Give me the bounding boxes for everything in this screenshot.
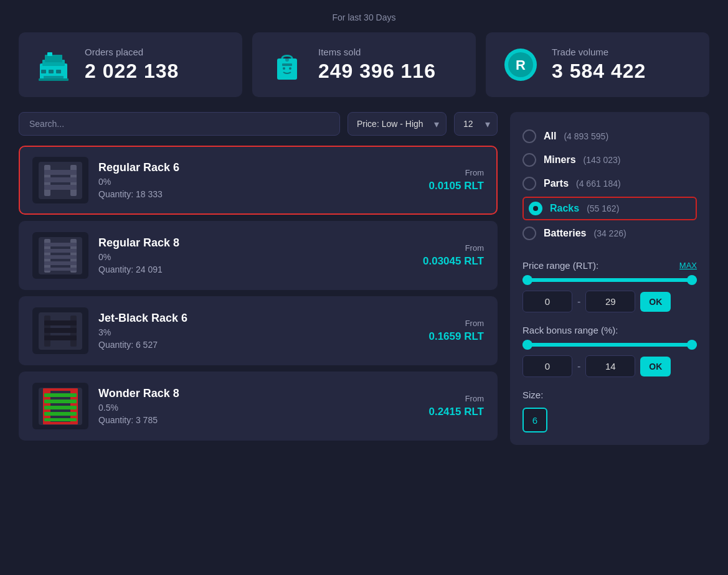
size-options: 6 bbox=[522, 408, 697, 432]
stat-card-orders: Orders placed 2 022 138 bbox=[19, 32, 242, 97]
svg-rect-36 bbox=[44, 335, 77, 340]
product-quantity-jet-black-rack-6: Quantity: 6 527 bbox=[98, 340, 418, 350]
product-bonus-jet-black-rack-6: 3% bbox=[98, 327, 418, 337]
svg-rect-3 bbox=[47, 52, 52, 56]
product-info-regular-rack-6: Regular Rack 6 0% Quantity: 18 333 bbox=[98, 161, 418, 199]
svg-text:R: R bbox=[516, 57, 526, 73]
product-thumbnail-wonder-rack-8 bbox=[32, 383, 88, 429]
svg-rect-40 bbox=[43, 388, 78, 391]
product-card-regular-rack-6[interactable]: Regular Rack 6 0% Quantity: 18 333 From … bbox=[19, 146, 498, 215]
price-range-max-input[interactable] bbox=[585, 291, 635, 312]
svg-rect-6 bbox=[56, 70, 61, 73]
radio-all[interactable] bbox=[522, 129, 536, 143]
price-range-max[interactable]: MAX bbox=[679, 261, 697, 270]
orders-value: 2 022 138 bbox=[85, 60, 179, 83]
volume-value: 3 584 422 bbox=[552, 60, 646, 83]
product-name-wonder-rack-8: Wonder Rack 8 bbox=[98, 387, 418, 400]
stat-info-orders: Orders placed 2 022 138 bbox=[85, 47, 179, 83]
rack-bonus-range-max-input[interactable] bbox=[585, 355, 635, 377]
svg-rect-8 bbox=[39, 78, 69, 81]
category-list: All (4 893 595) Miners (143 023) Parts (… bbox=[522, 124, 697, 245]
svg-point-12 bbox=[283, 67, 285, 70]
price-range-slider-track[interactable] bbox=[522, 278, 697, 282]
svg-rect-44 bbox=[44, 406, 77, 409]
category-item-parts[interactable]: Parts (4 661 184) bbox=[522, 172, 697, 195]
radio-batteries[interactable] bbox=[522, 227, 536, 240]
svg-rect-22 bbox=[44, 185, 77, 190]
product-card-regular-rack-8[interactable]: Regular Rack 8 0% Quantity: 24 091 From … bbox=[19, 221, 498, 290]
radio-parts[interactable] bbox=[522, 177, 536, 190]
svg-rect-10 bbox=[282, 63, 292, 66]
count-select-wrapper: 12 24 48 ▾ bbox=[454, 112, 498, 136]
svg-rect-20 bbox=[44, 170, 77, 175]
size-option-6[interactable]: 6 bbox=[522, 408, 547, 432]
period-label: For last 30 Days bbox=[19, 12, 709, 22]
filter-row: Price: Low - High Price: High - Low Newe… bbox=[19, 112, 498, 136]
radio-racks[interactable] bbox=[529, 202, 542, 215]
product-bonus-regular-rack-6: 0% bbox=[98, 177, 418, 187]
stat-card-volume: R Trade volume 3 584 422 bbox=[486, 32, 709, 97]
svg-point-13 bbox=[289, 67, 291, 70]
product-quantity-wonder-rack-8: Quantity: 3 785 bbox=[98, 415, 418, 425]
rack-bonus-range-section: Rack bonus range (%): - OK bbox=[522, 325, 697, 377]
rack-bonus-range-slider-fill bbox=[522, 343, 697, 347]
size-label: Size: bbox=[522, 390, 697, 400]
main-layout: Price: Low - High Price: High - Low Newe… bbox=[19, 112, 709, 447]
price-range-ok-button[interactable]: OK bbox=[640, 292, 671, 312]
product-price-regular-rack-6: From 0.0105 RLT bbox=[428, 168, 484, 192]
svg-rect-27 bbox=[44, 249, 77, 253]
rack-bonus-range-ok-button[interactable]: OK bbox=[640, 357, 671, 376]
svg-rect-30 bbox=[44, 268, 77, 271]
svg-rect-43 bbox=[44, 400, 77, 403]
rack-bonus-range-thumb-left[interactable] bbox=[522, 340, 532, 350]
category-name-racks: Racks bbox=[550, 203, 579, 214]
product-info-jet-black-rack-6: Jet-Black Rack 6 3% Quantity: 6 527 bbox=[98, 312, 418, 350]
category-count-parts: (4 661 184) bbox=[576, 179, 621, 189]
product-card-jet-black-rack-6[interactable]: Jet-Black Rack 6 3% Quantity: 6 527 From… bbox=[19, 296, 498, 365]
product-card-wonder-rack-8[interactable]: Wonder Rack 8 0.5% Quantity: 3 785 From … bbox=[19, 372, 498, 441]
category-item-racks[interactable]: Racks (55 162) bbox=[522, 197, 697, 220]
radio-miners[interactable] bbox=[522, 153, 536, 167]
orders-label: Orders placed bbox=[85, 47, 179, 57]
price-range-slider-fill bbox=[522, 278, 697, 282]
rack-bonus-range-min-input[interactable] bbox=[522, 355, 572, 377]
category-item-all[interactable]: All (4 893 595) bbox=[522, 124, 697, 148]
svg-rect-26 bbox=[44, 243, 77, 246]
rack-bonus-range-dash: - bbox=[577, 361, 580, 372]
right-panel: All (4 893 595) Miners (143 023) Parts (… bbox=[510, 112, 709, 447]
svg-rect-21 bbox=[44, 177, 77, 182]
category-count-batteries: (34 226) bbox=[593, 228, 626, 238]
volume-label: Trade volume bbox=[552, 47, 646, 57]
product-thumbnail-jet-black-rack-6 bbox=[32, 307, 88, 354]
product-quantity-regular-rack-8: Quantity: 24 091 bbox=[98, 264, 413, 274]
category-count-racks: (55 162) bbox=[587, 203, 619, 213]
search-input[interactable] bbox=[19, 112, 340, 136]
price-range-min-input[interactable] bbox=[522, 291, 572, 312]
price-range-header: Price range (RLT): MAX bbox=[522, 260, 697, 271]
sort-select-wrapper: Price: Low - High Price: High - Low Newe… bbox=[347, 112, 447, 136]
stat-card-items: Items sold 249 396 116 bbox=[252, 32, 476, 97]
sort-select[interactable]: Price: Low - High Price: High - Low Newe… bbox=[347, 112, 447, 136]
left-panel: Price: Low - High Price: High - Low Newe… bbox=[19, 112, 498, 447]
price-range-label: Price range (RLT): bbox=[522, 260, 598, 271]
product-price-jet-black-rack-6: From 0.1659 RLT bbox=[428, 319, 484, 343]
svg-rect-46 bbox=[44, 418, 77, 421]
items-label: Items sold bbox=[318, 47, 436, 57]
svg-rect-7 bbox=[44, 76, 64, 78]
product-name-jet-black-rack-6: Jet-Black Rack 6 bbox=[98, 312, 418, 325]
price-range-dash: - bbox=[577, 296, 580, 307]
category-name-parts: Parts bbox=[544, 178, 569, 189]
rack-bonus-range-thumb-right[interactable] bbox=[687, 340, 697, 350]
product-name-regular-rack-8: Regular Rack 8 bbox=[98, 236, 413, 250]
category-count-miners: (143 023) bbox=[584, 155, 621, 165]
price-range-thumb-right[interactable] bbox=[687, 275, 697, 285]
category-count-all: (4 893 595) bbox=[564, 131, 608, 141]
rack-bonus-range-slider-track[interactable] bbox=[522, 343, 697, 347]
price-range-thumb-left[interactable] bbox=[522, 275, 532, 285]
svg-rect-9 bbox=[277, 58, 297, 80]
svg-rect-2 bbox=[45, 55, 62, 62]
category-item-batteries[interactable]: Batteries (34 226) bbox=[522, 222, 697, 245]
category-item-miners[interactable]: Miners (143 023) bbox=[522, 148, 697, 172]
product-bonus-wonder-rack-8: 0.5% bbox=[98, 403, 418, 413]
count-select[interactable]: 12 24 48 bbox=[454, 112, 498, 136]
